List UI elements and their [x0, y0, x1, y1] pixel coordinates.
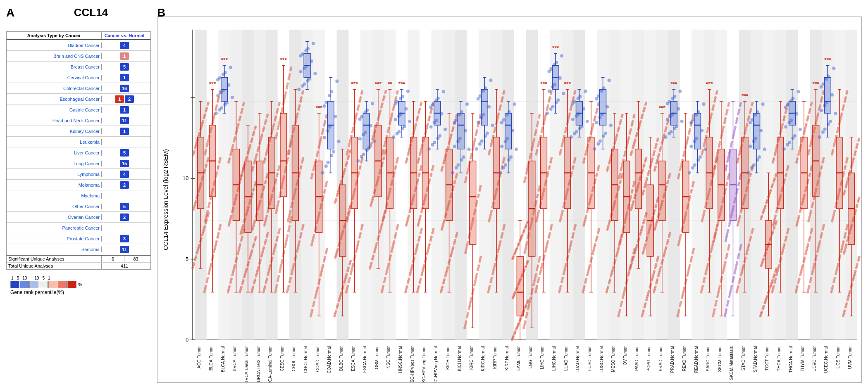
- svg-point-2111: [562, 92, 565, 95]
- svg-point-660: [275, 286, 278, 289]
- svg-point-2904: [696, 158, 700, 161]
- svg-point-994: [334, 313, 336, 315]
- svg-point-2676: [654, 266, 656, 269]
- svg-point-3351: [765, 202, 768, 204]
- svg-point-2328: [604, 132, 607, 135]
- svg-point-3841: [848, 293, 850, 296]
- svg-point-687: [274, 289, 277, 291]
- svg-point-1063: [346, 220, 348, 223]
- svg-point-1072: [346, 153, 348, 155]
- svg-point-3338: [775, 174, 777, 177]
- svg-point-1461: [420, 274, 423, 276]
- svg-point-2488: [622, 296, 624, 299]
- svg-point-2573: [630, 209, 632, 211]
- svg-point-3467: [799, 128, 802, 131]
- svg-point-3111: [734, 126, 737, 128]
- svg-point-1302: [406, 90, 410, 93]
- svg-point-518: [260, 137, 262, 140]
- svg-point-3558: [804, 127, 806, 129]
- svg-point-582: [263, 224, 265, 227]
- svg-point-3242: [743, 260, 746, 263]
- svg-point-3556: [801, 268, 803, 270]
- svg-rect-2772: [659, 161, 665, 221]
- svg-point-431: [248, 147, 250, 150]
- svg-point-1953: [537, 194, 539, 196]
- svg-point-3166: [735, 266, 737, 268]
- svg-point-1172: [384, 92, 386, 94]
- legend-box-light-blue: [29, 281, 38, 288]
- svg-point-2190: [560, 281, 563, 283]
- svg-point-614: [274, 291, 277, 293]
- svg-point-1964: [524, 178, 526, 181]
- svg-rect-1724: [482, 89, 488, 125]
- svg-point-2754: [666, 123, 668, 125]
- svg-point-2590: [644, 160, 646, 163]
- svg-point-2759: [659, 149, 661, 152]
- svg-rect-19: [360, 30, 372, 340]
- svg-point-2224: [573, 132, 576, 135]
- svg-point-3839: [844, 247, 847, 249]
- svg-text:KIRC.Normal: KIRC.Normal: [481, 346, 486, 372]
- svg-point-3434: [786, 232, 789, 234]
- svg-point-1175: [373, 251, 376, 254]
- svg-point-1998: [536, 269, 538, 271]
- svg-point-1577: [440, 169, 443, 172]
- svg-point-3640: [807, 289, 809, 292]
- svg-point-1628: [474, 280, 477, 282]
- svg-point-2882: [687, 268, 690, 270]
- svg-point-1984: [527, 307, 529, 310]
- svg-point-1696: [466, 245, 468, 247]
- svg-text:ACC.Tumor: ACC.Tumor: [197, 346, 202, 368]
- svg-point-992: [346, 270, 349, 272]
- svg-rect-55: [573, 30, 585, 340]
- svg-point-1295: [394, 118, 397, 121]
- cell-cancer-name: Gastric Cancer: [7, 107, 102, 113]
- svg-point-3155: [732, 280, 734, 283]
- svg-point-1064: [348, 145, 350, 147]
- svg-point-1261: [382, 220, 384, 223]
- svg-point-1622: [463, 327, 466, 329]
- svg-point-1963: [538, 258, 541, 261]
- svg-point-2092: [544, 116, 546, 119]
- svg-text:GBM.Tumor: GBM.Tumor: [374, 346, 379, 369]
- svg-point-3024: [722, 126, 725, 128]
- svg-point-1171: [382, 158, 385, 160]
- table-row: Ovarian Cancer2: [7, 212, 150, 223]
- badge-main: 1: [120, 74, 129, 81]
- svg-point-511: [264, 242, 266, 245]
- cell-value: 15: [102, 159, 147, 168]
- svg-text:OV.Tumor: OV.Tumor: [623, 346, 627, 365]
- badge-main: 2: [125, 95, 134, 103]
- svg-point-3029: [715, 158, 718, 161]
- svg-point-3037: [713, 166, 715, 169]
- svg-point-2966: [715, 92, 718, 95]
- svg-point-865: [325, 116, 327, 119]
- svg-point-654: [281, 109, 283, 112]
- svg-point-493: [264, 182, 267, 184]
- svg-point-1801: [498, 108, 501, 111]
- svg-point-142: [193, 204, 196, 206]
- svg-point-2684: [652, 274, 655, 276]
- svg-point-3548: [802, 260, 805, 263]
- svg-text:ESCA.Tumor: ESCA.Tumor: [351, 346, 355, 371]
- main-chart-svg: CCL14 Expression Level (log2 RSEM) 0 5 1…: [157, 17, 861, 382]
- svg-point-1701: [475, 277, 477, 280]
- svg-point-798: [313, 72, 317, 75]
- svg-point-620: [285, 241, 287, 244]
- svg-text:SARC.Tumor: SARC.Tumor: [706, 346, 710, 371]
- svg-point-913: [330, 154, 333, 157]
- svg-point-124: [194, 147, 196, 149]
- svg-point-2680: [645, 180, 647, 183]
- badge-main: 3: [120, 235, 129, 242]
- table-row: Bladder Cancer4: [7, 40, 150, 51]
- svg-point-1952: [535, 273, 537, 275]
- svg-point-3049: [718, 287, 720, 289]
- svg-point-1173: [370, 204, 372, 207]
- svg-point-3152: [726, 304, 729, 306]
- svg-point-133: [194, 259, 196, 261]
- svg-point-3151: [724, 169, 727, 171]
- svg-text:SKCM.Metastasis: SKCM.Metastasis: [730, 346, 734, 380]
- svg-point-3109: [730, 285, 733, 287]
- svg-point-140: [206, 160, 209, 163]
- svg-text:KIRC.Tumor: KIRC.Tumor: [469, 346, 474, 370]
